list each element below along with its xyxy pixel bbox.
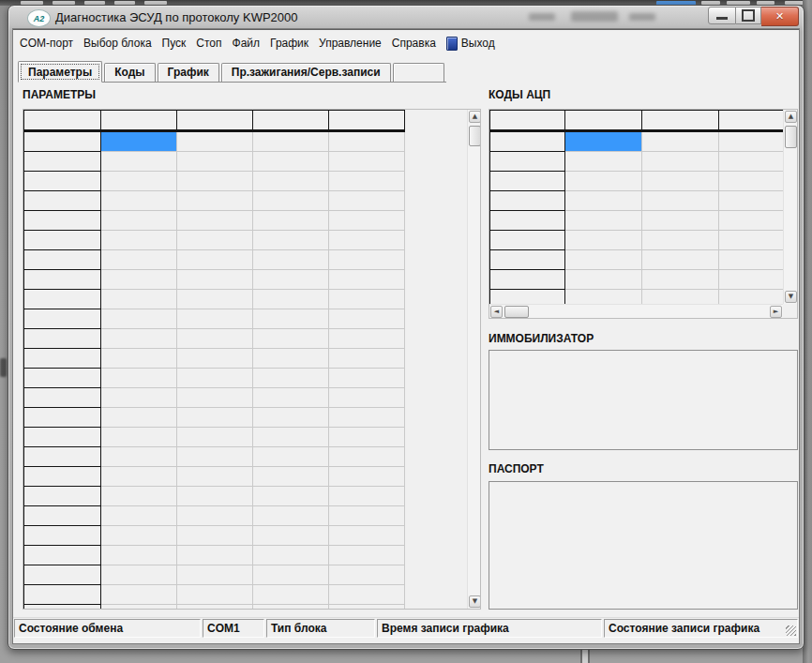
- vertical-scrollbar[interactable]: ▲ ▼: [467, 110, 481, 609]
- grid-cell[interactable]: [177, 369, 253, 388]
- grid-cell[interactable]: [177, 349, 253, 369]
- grid-cell[interactable]: [489, 250, 565, 270]
- grid-cell[interactable]: [253, 250, 329, 270]
- grid-cell[interactable]: [253, 172, 329, 191]
- grid-header-cell[interactable]: [101, 110, 177, 130]
- grid-cell[interactable]: [101, 447, 177, 467]
- grid-cell[interactable]: [329, 467, 405, 487]
- grid-cell[interactable]: [253, 290, 329, 309]
- grid-cell[interactable]: [23, 132, 101, 152]
- scroll-left-button[interactable]: ◄: [490, 306, 503, 318]
- grid-cell[interactable]: [177, 329, 253, 349]
- grid-cell[interactable]: [253, 152, 329, 172]
- grid-cell[interactable]: [101, 565, 177, 585]
- grid-cell[interactable]: [489, 172, 565, 191]
- grid-cell[interactable]: [329, 388, 405, 408]
- grid-cell[interactable]: [23, 428, 101, 447]
- grid-cell[interactable]: [101, 309, 177, 329]
- menu-item-graph[interactable]: График: [266, 34, 312, 53]
- grid-cell[interactable]: [642, 172, 719, 191]
- grid-cell[interactable]: [101, 605, 177, 610]
- grid-cell[interactable]: [101, 526, 177, 546]
- grid-cell[interactable]: [642, 270, 719, 290]
- grid-cell[interactable]: [329, 132, 405, 152]
- grid-cell[interactable]: [253, 605, 329, 610]
- close-button[interactable]: ✕: [761, 7, 799, 26]
- grid-cell[interactable]: [719, 250, 783, 270]
- grid-cell[interactable]: [101, 506, 177, 526]
- grid-cell[interactable]: [101, 290, 177, 309]
- maximize-button[interactable]: [736, 7, 761, 24]
- menu-item-control[interactable]: Управление: [315, 34, 385, 53]
- scroll-right-button[interactable]: ►: [770, 306, 782, 318]
- grid-cell[interactable]: [23, 408, 101, 428]
- grid-cell[interactable]: [177, 309, 253, 329]
- menu-item-help[interactable]: Справка: [388, 34, 440, 53]
- grid-cell[interactable]: [642, 250, 719, 270]
- grid-cell[interactable]: [23, 565, 101, 585]
- grid-header-cell[interactable]: [329, 110, 405, 130]
- grid-cell[interactable]: [23, 231, 101, 250]
- grid-cell[interactable]: [101, 369, 177, 388]
- grid-header-cell[interactable]: [489, 110, 565, 130]
- grid-cell[interactable]: [329, 250, 405, 270]
- grid-cell[interactable]: [565, 231, 642, 250]
- grid-cell[interactable]: [23, 546, 101, 565]
- grid-cell[interactable]: [253, 565, 329, 585]
- grid-cell[interactable]: [177, 585, 253, 605]
- grid-cell[interactable]: [101, 152, 177, 172]
- grid-cell[interactable]: [253, 309, 329, 329]
- grid-header-cell[interactable]: [177, 110, 253, 130]
- grid-cell[interactable]: [253, 191, 329, 211]
- grid-cell[interactable]: [642, 152, 719, 172]
- grid-cell[interactable]: [329, 506, 405, 526]
- grid-cell[interactable]: [565, 250, 642, 270]
- selected-cell[interactable]: [101, 132, 177, 152]
- grid-cell[interactable]: [177, 447, 253, 467]
- grid-cell[interactable]: [642, 211, 719, 231]
- grid-cell[interactable]: [329, 172, 405, 191]
- grid-cell[interactable]: [177, 605, 253, 610]
- grid-header-cell[interactable]: [23, 110, 101, 130]
- grid-cell[interactable]: [177, 172, 253, 191]
- grid-cell[interactable]: [23, 506, 101, 526]
- grid-cell[interactable]: [329, 526, 405, 546]
- grid-cell[interactable]: [565, 191, 642, 211]
- grid-cell[interactable]: [101, 467, 177, 487]
- grid-cell[interactable]: [177, 290, 253, 309]
- scroll-thumb[interactable]: [469, 126, 481, 146]
- grid-cell[interactable]: [23, 369, 101, 388]
- grid-cell[interactable]: [719, 211, 783, 231]
- tab-parameters[interactable]: Параметры: [18, 61, 102, 83]
- grid-cell[interactable]: [101, 329, 177, 349]
- grid-cell[interactable]: [23, 329, 101, 349]
- grid-cell[interactable]: [23, 250, 101, 270]
- grid-cell[interactable]: [177, 467, 253, 487]
- grid-cell[interactable]: [329, 191, 405, 211]
- grid-cell[interactable]: [329, 369, 405, 388]
- grid-cell[interactable]: [23, 270, 101, 290]
- grid-cell[interactable]: [253, 428, 329, 447]
- menu-item-start[interactable]: Пуск: [158, 34, 190, 53]
- immobilizer-textbox[interactable]: [489, 350, 798, 450]
- grid-cell[interactable]: [719, 152, 783, 172]
- resize-grip[interactable]: [786, 625, 796, 636]
- scroll-up-button[interactable]: ▲: [785, 111, 797, 123]
- grid-cell[interactable]: [329, 565, 405, 585]
- grid-cell[interactable]: [177, 231, 253, 250]
- grid-cell[interactable]: [101, 428, 177, 447]
- grid-cell[interactable]: [253, 447, 329, 467]
- grid-cell[interactable]: [101, 250, 177, 270]
- grid-cell[interactable]: [177, 270, 253, 290]
- grid-cell[interactable]: [23, 309, 101, 329]
- grid-cell[interactable]: [329, 309, 405, 329]
- grid-cell[interactable]: [719, 270, 783, 290]
- grid-cell[interactable]: [177, 388, 253, 408]
- scroll-down-button[interactable]: ▼: [785, 291, 797, 303]
- tab-graph[interactable]: График: [158, 63, 219, 82]
- grid-cell[interactable]: [177, 487, 253, 506]
- grid-cell[interactable]: [329, 447, 405, 467]
- grid-cell[interactable]: [329, 231, 405, 250]
- selected-cell[interactable]: [565, 132, 642, 152]
- grid-cell[interactable]: [253, 132, 329, 152]
